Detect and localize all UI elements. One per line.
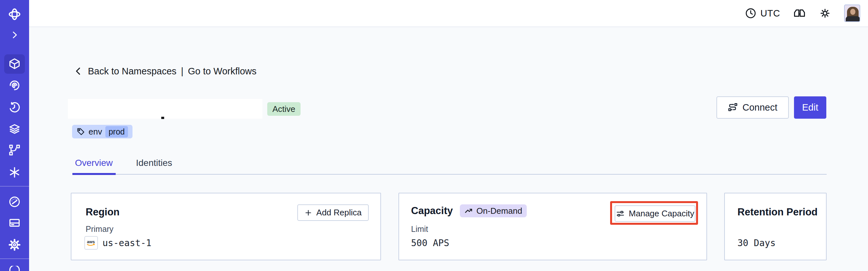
capacity-card-title: Capacity (411, 205, 453, 217)
sun-icon (819, 7, 831, 20)
sidebar-item-deployments[interactable] (0, 119, 29, 139)
add-replica-button[interactable]: Add Replica (297, 204, 369, 221)
edit-button[interactable]: Edit (794, 96, 826, 119)
cube-icon (8, 58, 21, 70)
avatar-body (846, 16, 860, 21)
retention-card: Retention Period 30 Days (724, 193, 827, 260)
avatar-face (850, 9, 856, 15)
clock-icon (745, 7, 756, 19)
sidebar-item-usage[interactable] (0, 192, 29, 211)
partial-circle-icon (8, 266, 21, 271)
history-clock-icon (8, 101, 21, 114)
region-value: us-east-1 (102, 238, 152, 248)
namespace-detail-page: UTC (0, 0, 868, 271)
limit-value: 500 APS (411, 238, 449, 248)
gear-icon (8, 238, 21, 251)
top-bar: UTC (29, 0, 868, 27)
sliders-icon (616, 209, 625, 218)
feedback-button[interactable] (793, 8, 806, 19)
sidebar-divider-bottom (0, 259, 29, 259)
gauge-icon (8, 195, 21, 208)
sidebar-item-namespaces[interactable] (0, 54, 29, 73)
go-to-workflows-link[interactable]: Go to Workflows (188, 66, 256, 77)
retention-card-title: Retention Period (738, 206, 817, 218)
breadcrumb[interactable]: Back to Namespaces | Go to Workflows (74, 66, 256, 77)
asterisk-icon (8, 166, 21, 179)
layers-icon (8, 123, 21, 135)
timezone-label: UTC (761, 8, 780, 19)
sidebar-item-schedules[interactable] (0, 98, 29, 117)
connect-button[interactable]: Connect (716, 96, 789, 119)
sidebar-item-account[interactable] (0, 266, 29, 271)
sidebar-item-pipelines[interactable] (0, 140, 29, 160)
temporal-logo (0, 4, 29, 24)
plus-icon (304, 209, 312, 217)
sidebar-divider (0, 186, 29, 187)
spiral-icon (8, 79, 21, 92)
manage-capacity-label: Manage Capacity (629, 209, 694, 219)
tag-value-pill: prod (105, 126, 128, 138)
tag-icon (76, 127, 85, 136)
tab-bar: Overview Identities (72, 158, 175, 175)
connect-button-label: Connect (742, 102, 777, 113)
expand-sidebar-button[interactable] (0, 25, 29, 44)
connect-flow-icon (728, 102, 738, 113)
user-avatar[interactable] (844, 4, 860, 22)
limit-label: Limit (411, 224, 428, 234)
sidebar-item-settings[interactable] (0, 235, 29, 254)
sidebar-item-billing[interactable] (0, 213, 29, 233)
edit-button-label: Edit (802, 102, 818, 113)
tab-overview[interactable]: Overview (72, 158, 115, 175)
back-chevron-icon (74, 66, 83, 77)
back-to-namespaces-link[interactable]: Back to Namespaces (88, 66, 177, 77)
branch-icon (8, 144, 21, 156)
redaction-artifact-dot (161, 117, 164, 119)
add-replica-label: Add Replica (316, 208, 362, 218)
tab-bar-divider (72, 174, 827, 175)
capacity-card: Capacity On-Demand Limit 500 APS M (399, 193, 707, 260)
timezone-button[interactable]: UTC (745, 7, 780, 19)
credit-card-icon (8, 217, 21, 229)
namespace-title-redacted (68, 99, 262, 119)
primary-label: Primary (86, 224, 114, 234)
tag-key-label: env (89, 127, 102, 137)
breadcrumb-separator: | (181, 66, 184, 77)
on-demand-badge: On-Demand (460, 204, 527, 217)
glasses-icon (793, 8, 806, 19)
namespace-tag-chip[interactable]: env prod (72, 125, 132, 139)
on-demand-badge-label: On-Demand (476, 206, 522, 216)
trending-up-icon (464, 207, 473, 215)
region-card: Region Add Replica Primary aws us-east-1 (71, 193, 381, 260)
sidebar-nav (0, 0, 29, 271)
status-badge: Active (267, 102, 301, 116)
capacity-card-header: Capacity On-Demand (411, 204, 527, 217)
active-tab-indicator (72, 173, 116, 175)
sidebar-item-nexus[interactable] (0, 76, 29, 95)
tab-identities[interactable]: Identities (133, 158, 175, 175)
sidebar-item-integrations[interactable] (0, 163, 29, 182)
region-card-title: Region (86, 206, 120, 218)
theme-toggle-button[interactable] (819, 7, 831, 20)
region-value-row: aws us-east-1 (84, 236, 152, 250)
manage-capacity-button[interactable]: Manage Capacity (615, 205, 695, 222)
aws-logo-text: aws (87, 239, 95, 244)
top-bar-actions: UTC (745, 0, 860, 27)
aws-logo: aws (84, 236, 98, 250)
retention-value: 30 Days (738, 238, 776, 248)
chevron-right-icon (10, 30, 20, 40)
